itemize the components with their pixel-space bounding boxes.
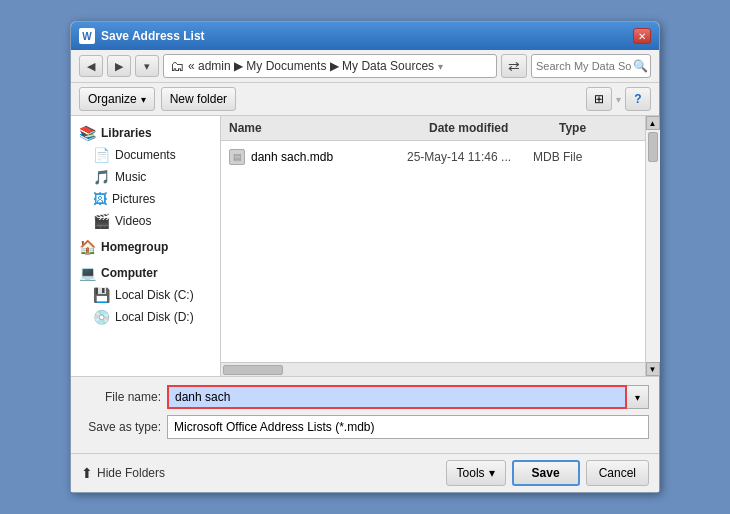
sidebar-item-music[interactable]: 🎵 Music (71, 166, 220, 188)
sidebar-item-local-disk-c[interactable]: 💾 Local Disk (C:) (71, 284, 220, 306)
videos-icon: 🎬 (93, 213, 110, 229)
refresh-button[interactable]: ⇄ (501, 54, 527, 78)
documents-icon: 📄 (93, 147, 110, 163)
computer-icon: 💻 (79, 265, 96, 281)
save-button[interactable]: Save (512, 460, 580, 486)
sidebar-item-documents[interactable]: 📄 Documents (71, 144, 220, 166)
sidebar-item-local-disk-d[interactable]: 💿 Local Disk (D:) (71, 306, 220, 328)
sidebar-computer-section: 💻 Computer 💾 Local Disk (C:) 💿 Local Dis… (71, 262, 220, 328)
filetype-label: Save as type: (81, 420, 161, 434)
homegroup-icon: 🏠 (79, 239, 96, 255)
filename-input[interactable] (167, 385, 627, 409)
sidebar-local-disk-c-label: Local Disk (C:) (115, 288, 194, 302)
breadcrumb-text: « admin ▶ My Documents ▶ My Data Sources (188, 59, 434, 73)
col-name-header[interactable]: Name (221, 119, 421, 137)
bottom-form: File name: ▾ Save as type: Microsoft Off… (71, 376, 659, 453)
search-bar: 🔍 (531, 54, 651, 78)
title-bar-controls: ✕ (633, 28, 651, 44)
filetype-row: Save as type: Microsoft Office Address L… (81, 415, 649, 439)
filetype-select[interactable]: Microsoft Office Address Lists (*.mdb) (167, 415, 649, 439)
filetype-wrap: Microsoft Office Address Lists (*.mdb) (167, 415, 649, 439)
nav-dropdown-button[interactable]: ▾ (135, 55, 159, 77)
close-button[interactable]: ✕ (633, 28, 651, 44)
sidebar-item-computer[interactable]: 💻 Computer (71, 262, 220, 284)
footer-bar: ⬆ Hide Folders Tools ▾ Save Cancel (71, 453, 659, 492)
disk-d-icon: 💿 (93, 309, 110, 325)
file-name-cell: danh sach.mdb (251, 150, 401, 164)
help-button[interactable]: ? (625, 87, 651, 111)
sidebar-homegroup-section: 🏠 Homegroup (71, 236, 220, 258)
sidebar-pictures-label: Pictures (112, 192, 155, 206)
tools-button[interactable]: Tools ▾ (446, 460, 506, 486)
file-area: Name Date modified Type ▤ danh sach.mdb … (221, 116, 645, 376)
filename-row: File name: ▾ (81, 385, 649, 409)
tools-arrow-icon: ▾ (489, 466, 495, 480)
hide-folders-button[interactable]: ⬆ Hide Folders (81, 465, 165, 481)
file-icon: ▤ (229, 149, 245, 165)
breadcrumb-arrow: ▾ (438, 61, 443, 72)
action-bar: Organize ▾ New folder ⊞ ▾ ? (71, 83, 659, 116)
title-bar-left: W Save Address List (79, 28, 205, 44)
cancel-button[interactable]: Cancel (586, 460, 649, 486)
title-bar: W Save Address List ✕ (71, 22, 659, 50)
scroll-up-button[interactable]: ▲ (646, 116, 660, 130)
sidebar-libraries-section: 📚 Libraries 📄 Documents 🎵 Music 🖼 Pictur… (71, 122, 220, 232)
filename-dropdown-button[interactable]: ▾ (627, 385, 649, 409)
scroll-down-button[interactable]: ▼ (646, 362, 660, 376)
sidebar-item-pictures[interactable]: 🖼 Pictures (71, 188, 220, 210)
col-date-header[interactable]: Date modified (421, 119, 551, 137)
file-list: ▤ danh sach.mdb 25-May-14 11:46 ... MDB … (221, 141, 645, 362)
scroll-track (646, 130, 660, 362)
sidebar-local-disk-d-label: Local Disk (D:) (115, 310, 194, 324)
view-toggle-button[interactable]: ⊞ (586, 87, 612, 111)
hide-folders-icon: ⬆ (81, 465, 93, 481)
horizontal-scrollbar[interactable] (221, 362, 645, 376)
hide-folders-label: Hide Folders (97, 466, 165, 480)
sidebar-item-homegroup[interactable]: 🏠 Homegroup (71, 236, 220, 258)
libraries-icon: 📚 (79, 125, 96, 141)
filename-input-wrap: ▾ (167, 385, 649, 409)
view-controls: ⊞ ▾ ? (586, 87, 651, 111)
sidebar-libraries-label: Libraries (101, 126, 152, 140)
folder-icon: 🗂 (170, 58, 184, 74)
sidebar-documents-label: Documents (115, 148, 176, 162)
sidebar-videos-label: Videos (115, 214, 151, 228)
organize-button[interactable]: Organize ▾ (79, 87, 155, 111)
back-button[interactable]: ◀ (79, 55, 103, 77)
pictures-icon: 🖼 (93, 191, 107, 207)
file-header: Name Date modified Type (221, 116, 645, 141)
organize-arrow-icon: ▾ (141, 94, 146, 105)
forward-button[interactable]: ▶ (107, 55, 131, 77)
sidebar-vertical-scrollbar[interactable]: ▲ ▼ (645, 116, 659, 376)
search-icon: 🔍 (633, 59, 648, 73)
sidebar-item-videos[interactable]: 🎬 Videos (71, 210, 220, 232)
file-date-cell: 25-May-14 11:46 ... (407, 150, 527, 164)
new-folder-button[interactable]: New folder (161, 87, 236, 111)
col-type-header[interactable]: Type (551, 119, 645, 137)
save-address-list-dialog: W Save Address List ✕ ◀ ▶ ▾ 🗂 « admin ▶ … (70, 21, 660, 493)
view-arrow-icon: ▾ (616, 94, 621, 105)
breadcrumb[interactable]: 🗂 « admin ▶ My Documents ▶ My Data Sourc… (163, 54, 497, 78)
tools-label: Tools (457, 466, 485, 480)
horiz-scroll-thumb[interactable] (223, 365, 283, 375)
sidebar-item-libraries[interactable]: 📚 Libraries (71, 122, 220, 144)
window-title: Save Address List (101, 29, 205, 43)
sidebar-homegroup-label: Homegroup (101, 240, 168, 254)
sidebar: 📚 Libraries 📄 Documents 🎵 Music 🖼 Pictur… (71, 116, 221, 376)
footer-right: Tools ▾ Save Cancel (446, 460, 649, 486)
sidebar-music-label: Music (115, 170, 146, 184)
disk-c-icon: 💾 (93, 287, 110, 303)
filename-label: File name: (81, 390, 161, 404)
app-icon: W (79, 28, 95, 44)
mdb-file-icon: ▤ (233, 152, 242, 162)
nav-toolbar: ◀ ▶ ▾ 🗂 « admin ▶ My Documents ▶ My Data… (71, 50, 659, 83)
music-icon: 🎵 (93, 169, 110, 185)
table-row[interactable]: ▤ danh sach.mdb 25-May-14 11:46 ... MDB … (221, 145, 645, 169)
file-type-cell: MDB File (533, 150, 582, 164)
search-input[interactable] (536, 60, 631, 72)
main-area: 📚 Libraries 📄 Documents 🎵 Music 🖼 Pictur… (71, 116, 659, 376)
sidebar-computer-label: Computer (101, 266, 158, 280)
vert-scroll-thumb[interactable] (648, 132, 658, 162)
